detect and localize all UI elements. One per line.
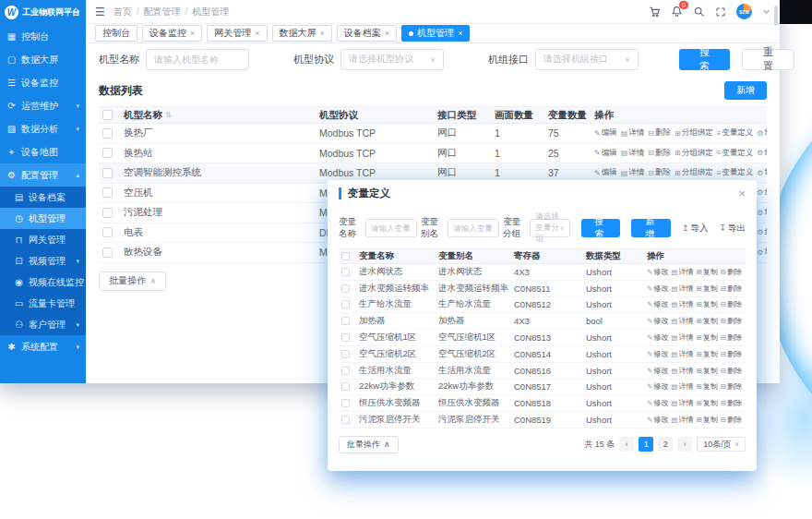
row-op-link[interactable]: ⊟ 删除 xyxy=(721,381,742,392)
row-op-link[interactable]: ⊞ 分组绑定 xyxy=(675,148,713,159)
row-op-link[interactable]: ▤ 详情 xyxy=(671,299,693,309)
modal-add-button[interactable]: 新增 xyxy=(631,219,671,237)
row-op-link[interactable]: ⊞ 分组绑定 xyxy=(675,127,713,139)
row-op-link[interactable]: ⊞ 复制 xyxy=(696,381,717,392)
variable-row[interactable]: 空气压缩机1区 空气压缩机1区 C0N8513 Ushort ✎ 修改 xyxy=(339,330,746,346)
row-op-link[interactable]: ⊟ 删除 xyxy=(721,284,742,294)
row-op-link[interactable]: ⊟ 删除 xyxy=(721,398,742,408)
modal-search-button[interactable]: 搜索 xyxy=(581,219,621,237)
variable-row[interactable]: 进水变频运转频率 进水变频运转频率 C0N8511 Ushort ✎ 修改 xyxy=(339,281,746,297)
row-op-link[interactable]: ⚙ 组态定义 xyxy=(757,148,767,159)
row-op-link[interactable]: ✎ 编辑 xyxy=(594,148,617,159)
row-op-link[interactable]: ▤ 详情 xyxy=(671,398,693,408)
row-op-link[interactable]: ▤ 详情 xyxy=(671,366,693,376)
row-checkbox[interactable] xyxy=(102,128,113,139)
row-op-link[interactable]: ⚙ 组态定义 xyxy=(757,227,767,238)
row-op-link[interactable]: ⊟ 删除 xyxy=(648,127,671,139)
chevron-down-icon[interactable] xyxy=(762,7,770,16)
view-tab[interactable]: 数据大屏 × xyxy=(272,25,332,42)
row-op-link[interactable]: ⚙ 组态定义 xyxy=(757,247,767,258)
row-op-link[interactable]: ▤ 详情 xyxy=(671,332,693,343)
sidebar-item[interactable]: ⟳ 运营维护 ▾ xyxy=(0,94,86,117)
row-op-link[interactable]: ✎ 修改 xyxy=(647,267,668,277)
sidebar-item[interactable]: ☰ 设备监控 xyxy=(0,71,86,94)
modal-batch-operation-button[interactable]: 批量操作 ∧ xyxy=(339,436,399,453)
tab-close-icon[interactable]: × xyxy=(190,29,195,38)
sidebar-item[interactable]: ⌖ 设备地图 xyxy=(0,140,86,163)
row-op-link[interactable]: ▤ 详情 xyxy=(621,148,645,159)
row-op-link[interactable]: ⊞ 复制 xyxy=(696,267,717,277)
row-checkbox[interactable] xyxy=(341,399,350,407)
sidebar-item[interactable]: ✱ 系统配置 ▾ xyxy=(0,335,86,358)
row-checkbox[interactable] xyxy=(341,300,350,308)
select-all-checkbox[interactable] xyxy=(102,110,113,120)
row-op-link[interactable]: ⊞ 复制 xyxy=(696,366,717,376)
row-op-link[interactable]: ⊞ 分组绑定 xyxy=(675,167,713,178)
row-op-link[interactable]: ⊟ 删除 xyxy=(721,299,742,309)
variable-row[interactable]: 进水阀状态 进水阀状态 4X3 Ushort ✎ 修改 xyxy=(339,264,746,281)
row-op-link[interactable]: ⊞ 复制 xyxy=(696,316,717,326)
row-op-link[interactable]: ⊞ 复制 xyxy=(696,299,717,309)
add-button[interactable]: 新增 xyxy=(724,81,767,100)
sidebar-subitem[interactable]: ⚇ 客户管理 ▾ xyxy=(0,314,86,335)
row-op-link[interactable]: ⊟ 删除 xyxy=(648,148,671,159)
row-op-link[interactable]: ⊟ 删除 xyxy=(721,332,742,343)
variable-row[interactable]: 加热器 加热器 4X3 bool ✎ 修改 xyxy=(339,313,746,330)
tab-close-icon[interactable]: × xyxy=(320,29,325,38)
reset-button[interactable]: 重置 xyxy=(742,49,794,70)
view-tab[interactable]: 机型管理 × xyxy=(401,25,470,42)
row-checkbox[interactable] xyxy=(341,317,350,325)
row-checkbox[interactable] xyxy=(102,208,113,218)
row-op-link[interactable]: ✎ 修改 xyxy=(647,415,668,425)
variable-row[interactable]: 生活用水流量 生活用水流量 C0N8516 Ushort ✎ 修改 xyxy=(339,363,746,380)
row-op-link[interactable]: ⊞ 复制 xyxy=(696,398,717,408)
row-checkbox[interactable] xyxy=(102,148,113,158)
row-checkbox[interactable] xyxy=(341,382,350,391)
port-select[interactable]: 请选择机组接口 ∨ xyxy=(535,49,639,70)
table-row[interactable]: 换热站 Modbus TCP 网口 1 25 ✎ 编辑 xyxy=(99,144,767,164)
sidebar-subitem[interactable]: ▭ 流量卡管理 xyxy=(0,293,86,314)
view-tab[interactable]: 设备档案 × xyxy=(337,25,397,42)
row-op-link[interactable]: ⊟ 删除 xyxy=(721,349,742,359)
sidebar-subitem[interactable]: ◉ 视频在线监控 xyxy=(0,272,86,293)
row-op-link[interactable]: ⊞ 复制 xyxy=(696,415,717,425)
cart-icon[interactable] xyxy=(649,6,661,18)
sidebar-subitem[interactable]: ⊡ 视频管理 ▾ xyxy=(0,250,86,272)
protocol-select[interactable]: 请选择机型协议 ∨ xyxy=(340,49,444,70)
var-alias-input[interactable] xyxy=(448,219,499,237)
close-icon[interactable]: × xyxy=(738,187,746,199)
row-op-link[interactable]: ▤ 详情 xyxy=(671,267,693,277)
import-link[interactable]: ↥ 导入 xyxy=(682,223,709,235)
avatar[interactable]: SZW xyxy=(736,4,752,19)
row-checkbox[interactable] xyxy=(341,350,350,358)
sidebar-item[interactable]: ▨ 数据分析 ▾ xyxy=(0,117,86,140)
row-op-link[interactable]: ⚙ 组态定义 xyxy=(757,167,767,178)
row-op-link[interactable]: ✎ 编辑 xyxy=(594,127,617,139)
row-op-link[interactable]: ⚙ 组态定义 xyxy=(757,127,767,139)
row-op-link[interactable]: ⊟ 删除 xyxy=(721,366,742,376)
row-op-link[interactable]: ⊟ 删除 xyxy=(721,415,742,425)
next-page-button[interactable]: › xyxy=(677,437,692,452)
export-link[interactable]: ↧ 导出 xyxy=(719,223,746,235)
col-name[interactable]: 机型名称 ⇅ xyxy=(124,109,319,122)
row-checkbox[interactable] xyxy=(102,187,113,198)
view-tab[interactable]: 网关管理 × xyxy=(207,25,267,42)
row-op-link[interactable]: ⚙ 组态定义 xyxy=(757,207,767,218)
view-tab[interactable]: 控制台 xyxy=(95,25,137,42)
breadcrumb-config[interactable]: 配置管理 xyxy=(144,6,181,18)
view-tab[interactable]: 设备监控 × xyxy=(142,25,202,42)
variable-row[interactable]: 污泥泵启停开关 污泥泵启停开关 C0N8519 Ushort ✎ 修改 xyxy=(339,412,746,428)
row-op-link[interactable]: ⊟ 删除 xyxy=(648,167,671,178)
row-op-link[interactable]: ⊞ 复制 xyxy=(696,332,717,343)
row-checkbox[interactable] xyxy=(341,284,350,293)
row-op-link[interactable]: ≡ 变量定义 xyxy=(717,148,754,159)
row-op-link[interactable]: ▤ 详情 xyxy=(621,167,645,178)
row-op-link[interactable]: ✎ 修改 xyxy=(647,381,668,392)
sidebar-item[interactable]: ▢ 数据大屏 xyxy=(0,48,86,71)
row-op-link[interactable]: ⊞ 复制 xyxy=(696,349,717,359)
sort-icon[interactable]: ⇅ xyxy=(165,111,172,119)
var-name-input[interactable] xyxy=(365,219,417,237)
row-checkbox[interactable] xyxy=(102,247,113,258)
row-op-link[interactable]: ▤ 详情 xyxy=(671,349,693,359)
row-op-link[interactable]: ⊟ 删除 xyxy=(721,267,742,277)
